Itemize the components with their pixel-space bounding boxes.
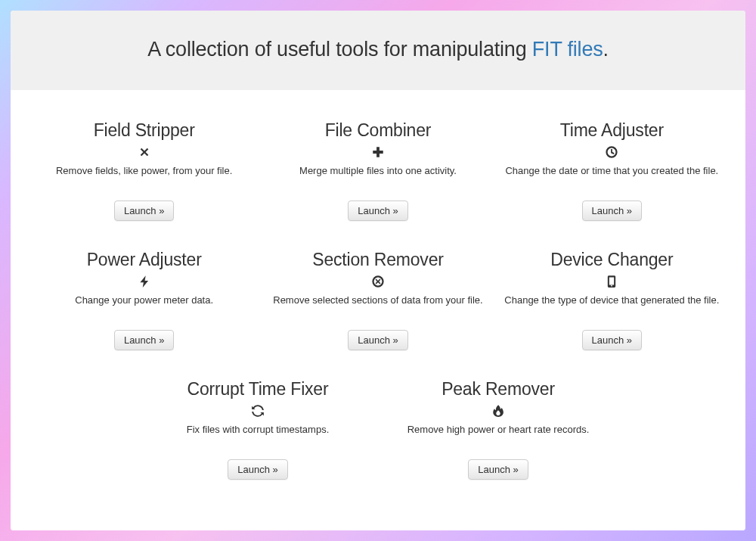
fire-icon xyxy=(490,403,507,419)
launch-button[interactable]: Launch » xyxy=(582,201,643,221)
tool-desc: Change your power meter data. xyxy=(32,294,256,307)
launch-button[interactable]: Launch » xyxy=(582,330,643,350)
circle-x-icon xyxy=(370,273,386,290)
tool-title: Section Remover xyxy=(265,250,490,270)
launch-button[interactable]: Launch » xyxy=(468,459,528,480)
refresh-icon xyxy=(249,403,266,419)
tools-row: Power Adjuster Change your power meter d… xyxy=(27,250,729,350)
tool-title: Peak Remover xyxy=(383,379,614,400)
tool-card-peak-remover: Peak Remover Remove high power or heart … xyxy=(378,379,618,480)
app-window: A collection of useful tools for manipul… xyxy=(11,11,745,530)
launch-button[interactable]: Launch » xyxy=(114,201,175,221)
tools-row: Corrupt Time Fixer Fix files with corrup… xyxy=(27,379,729,480)
tool-title: File Combiner xyxy=(265,120,490,141)
remove-icon xyxy=(136,144,153,160)
tool-title: Corrupt Time Fixer xyxy=(142,379,373,400)
fit-files-link[interactable]: FIT files xyxy=(532,38,603,61)
tool-desc: Change the date or time that you created… xyxy=(500,165,724,178)
tool-card-power-adjuster: Power Adjuster Change your power meter d… xyxy=(27,250,261,350)
plus-icon xyxy=(370,144,386,160)
tool-card-device-changer: Device Changer Change the type of device… xyxy=(495,250,729,350)
tool-desc: Remove fields, like power, from your fil… xyxy=(32,165,256,178)
tool-title: Time Adjuster xyxy=(500,120,724,141)
tools-row: Field Stripper Remove fields, like power… xyxy=(27,120,729,221)
tool-card-section-remover: Section Remover Remove selected sections… xyxy=(261,250,494,350)
tool-desc: Merge multiple files into one activity. xyxy=(265,165,490,178)
tool-title: Field Stripper xyxy=(32,120,256,141)
title-prefix: A collection of useful tools for manipul… xyxy=(147,38,532,61)
tool-card-file-combiner: File Combiner Merge multiple files into … xyxy=(261,120,494,221)
launch-button[interactable]: Launch » xyxy=(228,459,288,480)
mobile-icon xyxy=(603,273,620,290)
tool-desc: Change the type of device that generated… xyxy=(500,294,724,307)
clock-icon xyxy=(603,144,620,160)
title-suffix: . xyxy=(603,38,609,61)
tool-title: Power Adjuster xyxy=(32,250,256,270)
bolt-icon xyxy=(136,273,153,290)
page-title: A collection of useful tools for manipul… xyxy=(26,38,730,61)
tool-card-corrupt-time-fixer: Corrupt Time Fixer Fix files with corrup… xyxy=(138,379,378,480)
tool-desc: Remove selected sections of data from yo… xyxy=(265,294,490,307)
tool-card-time-adjuster: Time Adjuster Change the date or time th… xyxy=(495,120,729,221)
launch-button[interactable]: Launch » xyxy=(348,330,408,350)
launch-button[interactable]: Launch » xyxy=(114,330,175,350)
tool-desc: Remove high power or heart rate records. xyxy=(383,424,614,437)
launch-button[interactable]: Launch » xyxy=(348,201,408,221)
tool-card-field-stripper: Field Stripper Remove fields, like power… xyxy=(27,120,261,221)
tools-grid: Field Stripper Remove fields, like power… xyxy=(11,90,745,530)
tool-desc: Fix files with corrupt timestamps. xyxy=(142,424,373,437)
page-header: A collection of useful tools for manipul… xyxy=(11,11,745,90)
tool-title: Device Changer xyxy=(500,250,724,270)
